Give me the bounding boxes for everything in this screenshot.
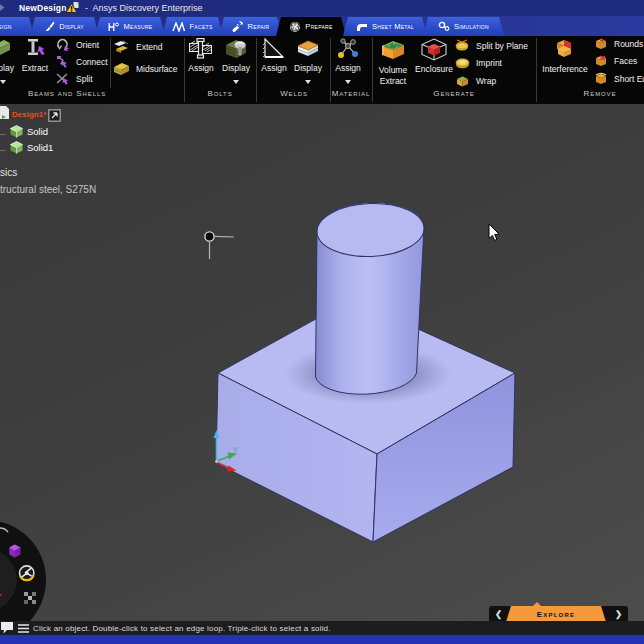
svg-text:Y: Y	[233, 446, 238, 453]
